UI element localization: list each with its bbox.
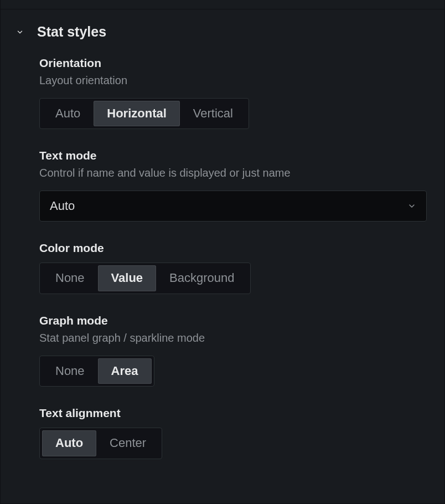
graph-mode-option-area[interactable]: Area [98, 358, 152, 384]
text-mode-select[interactable]: Auto [39, 191, 427, 222]
orientation-radio-group: Auto Horizontal Vertical [39, 98, 249, 129]
section-title: Stat styles [37, 24, 106, 40]
text-alignment-option-center[interactable]: Center [96, 430, 159, 456]
chevron-down-icon [15, 27, 25, 37]
color-mode-label: Color mode [39, 241, 433, 255]
orientation-option-horizontal[interactable]: Horizontal [94, 101, 180, 126]
orientation-label: Orientation [39, 56, 433, 70]
stat-styles-panel: Stat styles Orientation Layout orientati… [0, 0, 445, 504]
graph-mode-field: Graph mode Stat panel graph / sparkline … [39, 314, 433, 387]
graph-mode-radio-group: None Area [39, 356, 154, 387]
graph-mode-description: Stat panel graph / sparkline mode [39, 331, 433, 346]
section-header[interactable]: Stat styles [15, 24, 433, 40]
orientation-option-vertical[interactable]: Vertical [180, 101, 246, 126]
text-mode-label: Text mode [39, 149, 433, 162]
text-mode-select-value: Auto [50, 199, 75, 213]
text-alignment-label: Text alignment [39, 407, 433, 420]
color-mode-option-value[interactable]: Value [98, 265, 156, 291]
text-alignment-radio-group: Auto Center [39, 428, 162, 459]
panel-top-divider [1, 0, 444, 9]
orientation-field: Orientation Layout orientation Auto Hori… [39, 56, 433, 129]
stat-styles-section: Stat styles Orientation Layout orientati… [1, 9, 444, 481]
orientation-description: Layout orientation [39, 73, 433, 88]
orientation-option-auto[interactable]: Auto [42, 101, 94, 126]
text-alignment-option-auto[interactable]: Auto [42, 430, 96, 456]
chevron-down-icon [407, 202, 416, 210]
graph-mode-option-none[interactable]: None [42, 358, 98, 384]
text-mode-description: Control if name and value is displayed o… [39, 166, 433, 181]
text-alignment-field: Text alignment Auto Center [39, 407, 433, 459]
text-mode-field: Text mode Control if name and value is d… [39, 149, 433, 222]
color-mode-radio-group: None Value Background [39, 263, 251, 294]
color-mode-field: Color mode None Value Background [39, 241, 433, 294]
color-mode-option-background[interactable]: Background [156, 265, 247, 291]
color-mode-option-none[interactable]: None [42, 265, 98, 291]
graph-mode-label: Graph mode [39, 314, 433, 327]
